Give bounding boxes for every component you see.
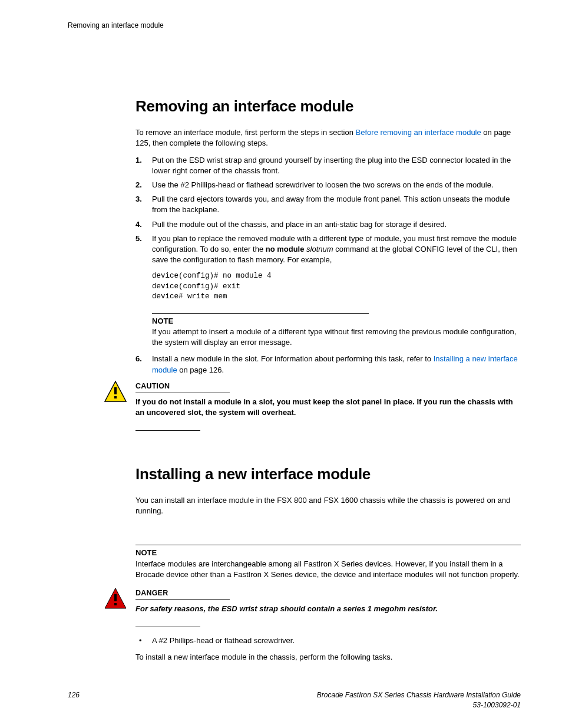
caution-label: CAUTION xyxy=(135,381,521,392)
svg-rect-2 xyxy=(114,396,117,398)
step-5-bold: no module xyxy=(266,245,305,253)
steps-list-cont: 6. Install a new module in the slot. For… xyxy=(135,354,521,375)
danger-text: For safety reasons, the ESD wrist strap … xyxy=(135,604,521,614)
svg-rect-4 xyxy=(114,594,117,601)
step-5: 5. If you plan to replace the removed mo… xyxy=(135,233,521,266)
step-2: 2.Use the #2 Phillips-head or flathead s… xyxy=(135,180,521,190)
step-2-text: Use the #2 Phillips-head or flathead scr… xyxy=(152,180,494,189)
page-number: 126 xyxy=(68,690,80,700)
steps-list: 1.Put on the ESD wrist strap and ground … xyxy=(135,155,521,266)
danger-block: DANGER For safety reasons, the ESD wrist… xyxy=(104,588,521,615)
step-1: 1.Put on the ESD wrist strap and ground … xyxy=(135,155,521,176)
page-footer: 126 Brocade FastIron SX Series Chassis H… xyxy=(68,690,521,710)
footer-guide-title: Brocade FastIron SX Series Chassis Hardw… xyxy=(68,690,521,700)
tools-list: A #2 Phillips-head or flathead screwdriv… xyxy=(135,635,521,646)
note-body: If you attempt to insert a module of a d… xyxy=(152,327,521,348)
note-label: NOTE xyxy=(152,316,521,327)
step-3: 3.Pull the card ejectors towards you, an… xyxy=(135,194,521,215)
running-header: Removing an interface module xyxy=(68,21,521,31)
code-block: device(config)# no module 4 device(confi… xyxy=(152,271,521,302)
svg-rect-1 xyxy=(114,387,117,394)
danger-underline xyxy=(135,599,230,600)
step-3-text: Pull the card ejectors towards you, and … xyxy=(152,195,510,214)
step-6-text-b: on page 126. xyxy=(177,365,224,374)
note2-label: NOTE xyxy=(135,548,521,558)
tools-item: A #2 Phillips-head or flathead screwdriv… xyxy=(135,635,521,646)
step-4: 4.Pull the module out of the chassis, an… xyxy=(135,219,521,230)
step-4-text: Pull the module out of the chassis, and … xyxy=(152,220,447,229)
section-title-installing: Installing a new interface module xyxy=(135,463,521,485)
note2-top-rule xyxy=(135,545,521,545)
intro-text-a: To remove an interface module, first per… xyxy=(135,128,356,137)
step-6-text-a: Install a new module in the slot. For in… xyxy=(152,354,434,363)
link-before-removing[interactable]: Before removing an interface module xyxy=(356,128,481,137)
section-title-removing: Removing an interface module xyxy=(135,95,521,117)
note2-body: Interface modules are interchangeable am… xyxy=(135,559,521,580)
footer-doc-id: 53-1003092-01 xyxy=(68,700,521,710)
danger-label: DANGER xyxy=(135,588,521,599)
step-5-ital: slotnum xyxy=(306,245,333,253)
step-6: 6. Install a new module in the slot. For… xyxy=(135,354,521,375)
caution-text: If you do not install a module in a slot… xyxy=(135,397,521,418)
svg-rect-5 xyxy=(114,603,117,605)
intro-paragraph: To remove an interface module, first per… xyxy=(135,127,521,149)
step-1-text: Put on the ESD wrist strap and ground yo… xyxy=(152,156,511,175)
caution-icon xyxy=(104,380,127,403)
note-top-rule xyxy=(152,313,369,314)
caution-underline xyxy=(135,393,230,393)
danger-icon xyxy=(104,587,127,610)
section2-tail: To install a new interface module in the… xyxy=(135,652,521,663)
section2-intro: You can install an interface module in t… xyxy=(135,495,521,516)
caution-block: CAUTION If you do not install a module i… xyxy=(104,381,521,419)
